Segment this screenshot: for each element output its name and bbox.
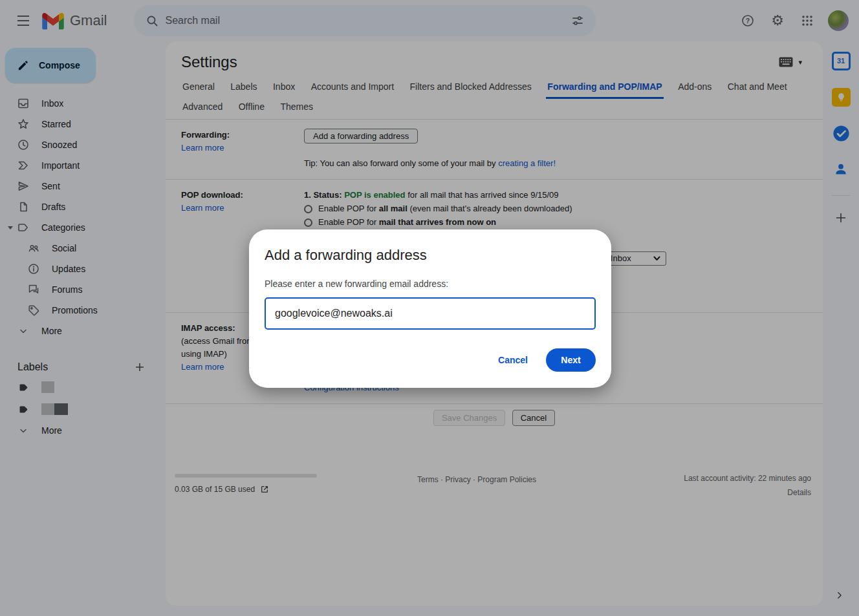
dialog-next-button[interactable]: Next [546,348,596,372]
forwarding-email-input[interactable] [265,297,596,330]
dialog-cancel-button[interactable]: Cancel [498,355,528,365]
gmail-app: Gmail ? ⚙ [0,0,859,616]
dialog-title: Add a forwarding address [265,247,596,264]
add-forwarding-address-dialog: Add a forwarding address Please enter a … [249,229,611,388]
dialog-prompt: Please enter a new forwarding email addr… [265,279,596,289]
